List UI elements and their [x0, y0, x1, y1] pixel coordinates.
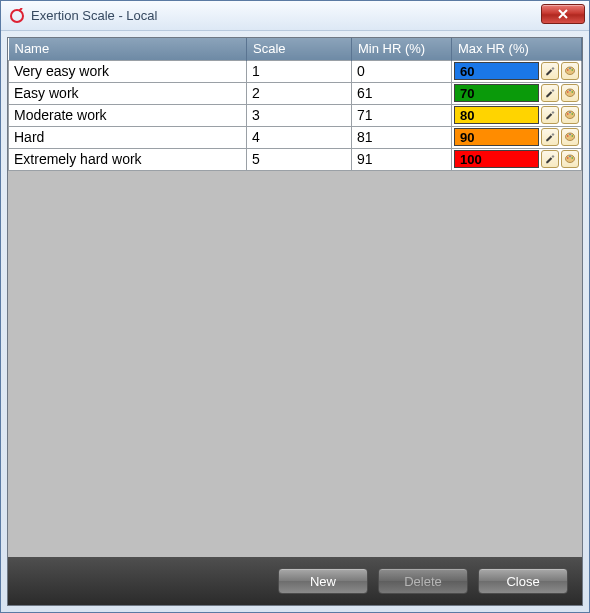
svg-point-0	[11, 10, 23, 22]
palette-button[interactable]	[561, 150, 579, 168]
table-row[interactable]: Easy work26170	[9, 82, 582, 104]
table-header-row: Name Scale Min HR (%) Max HR (%)	[9, 38, 582, 60]
color-picker-button[interactable]	[541, 128, 559, 146]
window-title: Exertion Scale - Local	[31, 8, 157, 23]
delete-button: Delete	[378, 568, 468, 594]
cell-max[interactable]: 80	[452, 104, 582, 126]
cell-scale[interactable]: 2	[247, 82, 352, 104]
eyedropper-icon	[544, 85, 556, 101]
window: Exertion Scale - Local Name Scale Min HR…	[0, 0, 590, 613]
palette-button[interactable]	[561, 62, 579, 80]
svg-point-16	[572, 135, 574, 137]
table-row[interactable]: Extremely hard work591100	[9, 148, 582, 170]
cell-scale[interactable]: 4	[247, 126, 352, 148]
svg-point-6	[567, 91, 569, 93]
cell-scale[interactable]: 1	[247, 60, 352, 82]
palette-icon	[564, 63, 576, 79]
palette-icon	[564, 129, 576, 145]
window-close-button[interactable]	[541, 4, 585, 24]
svg-point-10	[567, 113, 569, 115]
color-picker-button[interactable]	[541, 106, 559, 124]
palette-icon	[564, 107, 576, 123]
svg-point-12	[572, 113, 574, 115]
color-picker-button[interactable]	[541, 62, 559, 80]
palette-button[interactable]	[561, 84, 579, 102]
color-picker-button[interactable]	[541, 150, 559, 168]
new-button[interactable]: New	[278, 568, 368, 594]
cell-name[interactable]: Very easy work	[9, 60, 247, 82]
cell-min[interactable]: 81	[352, 126, 452, 148]
cell-min[interactable]: 71	[352, 104, 452, 126]
titlebar: Exertion Scale - Local	[1, 1, 589, 31]
header-min[interactable]: Min HR (%)	[352, 38, 452, 60]
cell-min[interactable]: 91	[352, 148, 452, 170]
cell-max[interactable]: 60	[452, 60, 582, 82]
table-row[interactable]: Hard48190	[9, 126, 582, 148]
exertion-table: Name Scale Min HR (%) Max HR (%) Very ea…	[8, 38, 582, 171]
cell-min[interactable]: 0	[352, 60, 452, 82]
table-row[interactable]: Moderate work37180	[9, 104, 582, 126]
cell-min[interactable]: 61	[352, 82, 452, 104]
color-picker-button[interactable]	[541, 84, 559, 102]
maxhr-value: 80	[454, 106, 539, 124]
maxhr-value: 60	[454, 62, 539, 80]
svg-point-20	[572, 157, 574, 159]
palette-icon	[564, 151, 576, 167]
cell-scale[interactable]: 5	[247, 148, 352, 170]
cell-scale[interactable]: 3	[247, 104, 352, 126]
cell-name[interactable]: Easy work	[9, 82, 247, 104]
maxhr-value: 90	[454, 128, 539, 146]
svg-point-14	[567, 135, 569, 137]
eyedropper-icon	[544, 63, 556, 79]
maxhr-value: 100	[454, 150, 539, 168]
footer-bar: New Delete Close	[8, 557, 582, 605]
table-row[interactable]: Very easy work1060	[9, 60, 582, 82]
eyedropper-icon	[544, 151, 556, 167]
svg-point-18	[567, 157, 569, 159]
svg-point-2	[567, 69, 569, 71]
eyedropper-icon	[544, 107, 556, 123]
svg-point-15	[569, 134, 571, 136]
header-name[interactable]: Name	[9, 38, 247, 60]
cell-name[interactable]: Extremely hard work	[9, 148, 247, 170]
header-max[interactable]: Max HR (%)	[452, 38, 582, 60]
cell-name[interactable]: Moderate work	[9, 104, 247, 126]
cell-max[interactable]: 90	[452, 126, 582, 148]
cell-max[interactable]: 70	[452, 82, 582, 104]
svg-point-19	[569, 156, 571, 158]
close-button[interactable]: Close	[478, 568, 568, 594]
svg-point-7	[569, 90, 571, 92]
svg-point-4	[572, 69, 574, 71]
table-container: Name Scale Min HR (%) Max HR (%) Very ea…	[8, 38, 582, 557]
palette-button[interactable]	[561, 106, 579, 124]
app-icon	[9, 8, 25, 24]
client-area: Name Scale Min HR (%) Max HR (%) Very ea…	[7, 37, 583, 606]
header-scale[interactable]: Scale	[247, 38, 352, 60]
svg-point-11	[569, 112, 571, 114]
close-icon	[558, 9, 568, 19]
maxhr-value: 70	[454, 84, 539, 102]
cell-max[interactable]: 100	[452, 148, 582, 170]
eyedropper-icon	[544, 129, 556, 145]
svg-point-3	[569, 68, 571, 70]
cell-name[interactable]: Hard	[9, 126, 247, 148]
svg-point-8	[572, 91, 574, 93]
palette-button[interactable]	[561, 128, 579, 146]
palette-icon	[564, 85, 576, 101]
